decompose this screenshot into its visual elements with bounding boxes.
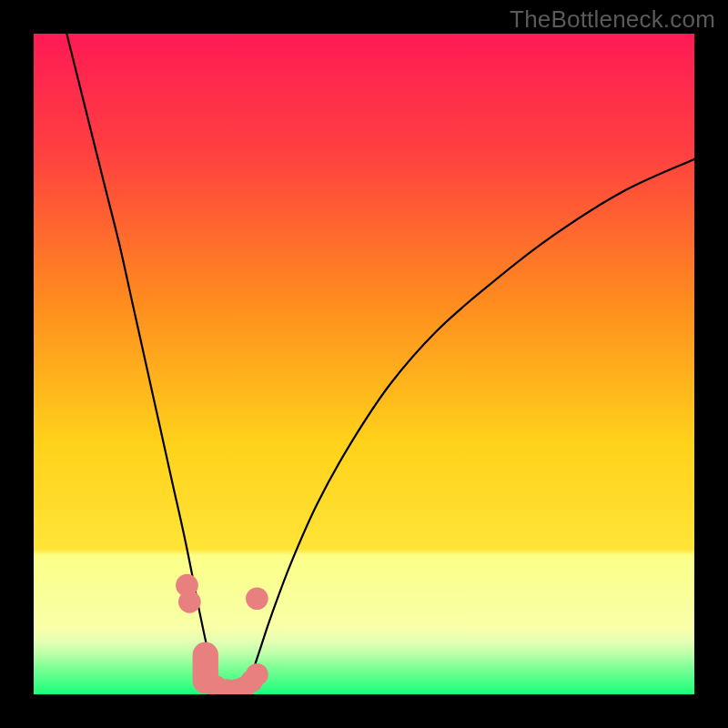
data-marker	[246, 587, 268, 610]
data-marker	[178, 591, 201, 613]
plot-svg	[34, 34, 694, 694]
plot-area	[34, 34, 694, 694]
chart-frame: TheBottleneck.com	[0, 0, 728, 728]
data-marker	[246, 663, 268, 686]
watermark-text: TheBottleneck.com	[510, 5, 715, 34]
gradient-background	[34, 34, 694, 694]
